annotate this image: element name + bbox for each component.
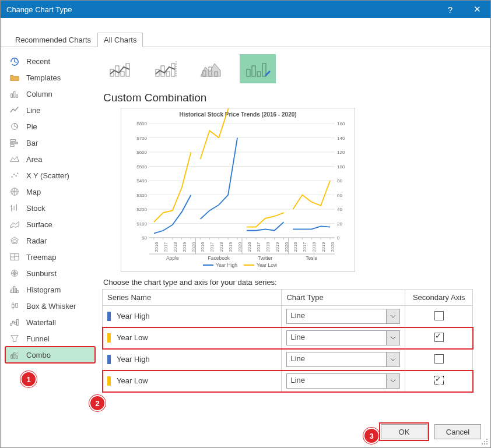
- resize-grip[interactable]: [481, 438, 488, 445]
- category-surface[interactable]: Surface: [5, 216, 95, 232]
- tab-all-charts[interactable]: All Charts: [97, 33, 143, 47]
- tab-recommended[interactable]: Recommended Charts: [9, 33, 97, 47]
- category-area[interactable]: Area: [5, 151, 95, 167]
- svg-text:Tesla: Tesla: [306, 255, 317, 261]
- svg-text:80: 80: [337, 178, 342, 184]
- svg-text:160: 160: [337, 121, 345, 126]
- combo-subtype-3[interactable]: [194, 54, 230, 83]
- svg-point-10: [16, 175, 17, 177]
- svg-rect-37: [10, 323, 12, 326]
- svg-text:2017: 2017: [302, 242, 307, 252]
- change-chart-type-dialog: Change Chart Type ? ✕ Recommended Charts…: [0, 0, 491, 448]
- category-sunburst[interactable]: Sunburst: [5, 265, 95, 281]
- svg-text:2019: 2019: [228, 242, 233, 252]
- category-bar[interactable]: Bar: [5, 135, 95, 151]
- chart-type-select[interactable]: Line: [286, 309, 400, 324]
- svg-rect-43: [13, 352, 15, 358]
- dialog-body: RecentTemplatesColumnLinePieBarAreaX Y (…: [1, 47, 490, 420]
- svg-text:2019: 2019: [321, 242, 326, 252]
- category-treemap[interactable]: Treemap: [5, 249, 95, 265]
- svg-text:Facebook: Facebook: [208, 255, 230, 261]
- category-box-whisker[interactable]: Box & Whisker: [5, 298, 95, 314]
- combo-subtypes: [100, 52, 476, 90]
- annotation-1: 1: [20, 371, 37, 387]
- svg-text:2016: 2016: [154, 242, 159, 252]
- svg-text:$600: $600: [136, 150, 147, 155]
- category-pie[interactable]: Pie: [5, 118, 95, 135]
- series-name-cell: Year High: [103, 306, 282, 327]
- svg-text:2018: 2018: [219, 242, 224, 252]
- chart-type-select[interactable]: Line: [286, 373, 400, 389]
- svg-rect-32: [17, 291, 19, 293]
- svg-rect-6: [10, 145, 14, 147]
- svg-rect-51: [166, 72, 170, 76]
- series-row: Year LowLine: [103, 327, 473, 349]
- category-combo[interactable]: Combo: [5, 347, 95, 363]
- svg-text:$700: $700: [136, 136, 147, 141]
- secondary-axis-checkbox[interactable]: [434, 311, 444, 320]
- svg-text:$400: $400: [136, 178, 147, 184]
- svg-text:2020: 2020: [330, 242, 335, 252]
- category-histogram[interactable]: Histogram: [5, 281, 95, 298]
- series-name-cell: Year High: [103, 349, 282, 371]
- svg-text:Twitter: Twitter: [258, 255, 272, 261]
- svg-text:$200: $200: [136, 207, 147, 212]
- chevron-down-icon: [387, 373, 400, 389]
- svg-text:100: 100: [337, 164, 345, 170]
- svg-text:Year High: Year High: [216, 262, 237, 268]
- help-button[interactable]: ?: [437, 1, 464, 18]
- category-waterfall[interactable]: Waterfall: [5, 314, 95, 330]
- series-name-cell: Year Low: [103, 327, 282, 349]
- svg-text:0: 0: [337, 235, 340, 241]
- chevron-down-icon: [387, 309, 400, 324]
- svg-rect-58: [247, 69, 250, 76]
- col-chart-type: Chart Type: [282, 290, 405, 306]
- main-panel: Custom Combination Historical Stock Pric…: [100, 47, 490, 420]
- cancel-button[interactable]: Cancel: [434, 424, 481, 439]
- chart-type-select[interactable]: Line: [286, 330, 400, 345]
- category-stock[interactable]: Stock: [5, 200, 95, 216]
- series-row: Year HighLine: [103, 306, 473, 327]
- category-map[interactable]: Map: [5, 184, 95, 200]
- svg-rect-47: [121, 72, 124, 76]
- category-x-y-scatter-[interactable]: X Y (Scatter): [5, 167, 95, 184]
- svg-rect-59: [252, 66, 255, 76]
- secondary-axis-checkbox[interactable]: [434, 333, 444, 342]
- combo-subtype-custom[interactable]: [240, 54, 276, 83]
- secondary-axis-checkbox[interactable]: [434, 376, 444, 385]
- svg-point-145: [484, 441, 485, 442]
- chevron-down-icon: [387, 352, 400, 367]
- svg-rect-60: [257, 72, 261, 76]
- chevron-down-icon: [387, 330, 400, 345]
- category-funnel[interactable]: Funnel: [5, 330, 95, 347]
- svg-marker-7: [10, 157, 19, 162]
- chart-type-select[interactable]: Line: [286, 352, 400, 367]
- svg-text:2017: 2017: [256, 242, 261, 252]
- svg-marker-19: [12, 239, 16, 242]
- svg-text:20: 20: [337, 221, 342, 227]
- category-templates[interactable]: Templates: [5, 69, 95, 86]
- svg-text:$0: $0: [142, 235, 147, 241]
- close-button[interactable]: ✕: [464, 1, 490, 18]
- dialog-footer: OK Cancel: [381, 424, 481, 439]
- svg-text:2016: 2016: [293, 242, 298, 252]
- col-secondary-axis: Secondary Axis: [405, 290, 473, 306]
- annotation-3: 3: [363, 428, 380, 444]
- svg-rect-0: [11, 94, 13, 97]
- secondary-axis-checkbox[interactable]: [434, 354, 444, 364]
- svg-rect-1: [13, 91, 15, 97]
- category-recent[interactable]: Recent: [5, 53, 95, 69]
- category-radar[interactable]: Radar: [5, 232, 95, 249]
- combo-subtype-2[interactable]: [149, 54, 185, 83]
- ok-button[interactable]: OK: [381, 424, 427, 439]
- category-column[interactable]: Column: [5, 86, 95, 102]
- combo-subtype-1[interactable]: [103, 54, 139, 83]
- chart-preview[interactable]: Historical Stock Price Trends (2016 - 20…: [121, 108, 355, 272]
- svg-rect-33: [12, 304, 15, 307]
- svg-rect-40: [17, 320, 19, 326]
- dialog-title: Change Chart Type: [1, 5, 437, 14]
- col-series-name: Series Name: [103, 290, 282, 306]
- svg-marker-41: [11, 336, 18, 342]
- category-line[interactable]: Line: [5, 102, 95, 118]
- svg-point-148: [484, 443, 485, 445]
